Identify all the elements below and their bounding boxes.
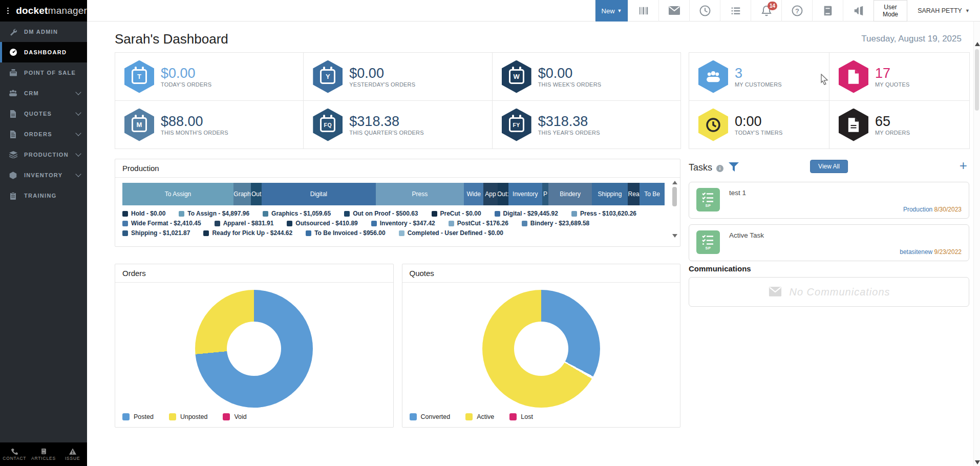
notifications-button[interactable]: 14 [751,0,781,22]
clock-icon [705,117,721,133]
mail-button[interactable] [658,0,689,22]
legend-item[interactable]: PreCut - $0.00 [432,210,481,217]
issue-link[interactable]: ISSUE [58,442,87,466]
barcode-button[interactable] [628,0,658,22]
bar-segment-postcut[interactable]: P [542,183,549,205]
legend-item[interactable]: Outsourced - $410.89 [287,220,357,227]
hamburger-menu-icon[interactable] [7,8,9,14]
stat-card-todays-orders[interactable]: T $0.00TODAY'S ORDERS [115,52,304,101]
legend-item[interactable]: Ready for Pick Up - $244.62 [203,229,292,237]
legend-item[interactable]: Inventory - $347.42 [371,220,435,227]
contact-link[interactable]: CONTACT [0,442,29,466]
legend-item-converted[interactable]: Converted [410,413,451,420]
sidebar-item-orders[interactable]: ORDERS [0,124,87,144]
page-scrollbar[interactable] [973,22,980,466]
sidebar-item-inventory[interactable]: INVENTORY [0,165,87,185]
stat-card-my-customers[interactable]: 3MY CUSTOMERS [689,52,829,101]
barcode-icon [637,5,650,16]
wrench-icon [9,28,17,36]
stat-label: YESTERDAY'S ORDERS [349,81,415,88]
bar-segment-press[interactable]: Press [376,183,464,205]
user-menu[interactable]: SARAH PETTY▼ [907,0,980,22]
file-hex-icon [839,60,868,93]
legend-item-void[interactable]: Void [223,413,246,420]
users-hex-icon [698,60,728,93]
production-stacked-bar: To Assign Graph Out Digital Press Wide A… [122,183,665,205]
scroll-down-arrow[interactable] [975,460,980,464]
bar-segment-apparel[interactable]: App [483,183,498,205]
knowledge-base-button[interactable] [812,0,843,22]
articles-link[interactable]: ARTICLES [29,442,58,466]
bar-segment-wide-format[interactable]: Wide [464,183,483,205]
task-item[interactable]: SP Active Task betasitenew 9/23/2022 [689,224,969,261]
bar-segment-bindery[interactable]: Bindery [548,183,592,205]
sidebar-item-quotes[interactable]: QUOTES [0,103,87,124]
bar-segment-graphics[interactable]: Graph [233,183,251,205]
app-logo[interactable]: docketmanager [16,5,87,16]
clock-icon [699,5,711,17]
mail-icon [668,6,680,16]
stat-card-my-orders[interactable]: 65MY ORDERS [829,100,970,149]
stat-card-this-months-orders[interactable]: M $88.00THIS MONTH'S ORDERS [115,100,304,149]
stat-card-todays-timers[interactable]: 0:00TODAY'S TIMERS [689,100,829,149]
filter-button[interactable] [729,162,739,174]
timer-button[interactable] [689,0,720,22]
legend-item[interactable]: Bindery - $23,689.58 [522,220,589,227]
bar-segment-ready[interactable]: Rea [628,183,640,205]
sidebar-item-crm[interactable]: CRM [0,83,87,103]
announcements-button[interactable] [843,0,874,22]
bar-segment-outsourced[interactable]: Out: [498,183,508,205]
users-icon [9,90,17,97]
bar-segment-inventory[interactable]: Inventory [508,183,542,205]
legend-item[interactable]: To Assign - $4,897.96 [179,210,249,217]
file-icon [9,110,17,118]
task-item[interactable]: SP test 1 Production 8/30/2023 [689,182,969,219]
stat-card-this-weeks-orders[interactable]: W $0.00THIS WEEK'S ORDERS [492,52,681,101]
legend-item-unposted[interactable]: Unposted [169,413,208,420]
legend-item-posted[interactable]: Posted [122,413,154,420]
sidebar-item-production[interactable]: PRODUCTION [0,144,87,165]
sidebar-item-dashboard[interactable]: DASHBOARD [0,42,87,62]
help-button[interactable]: ? [781,0,812,22]
scroll-thumb[interactable] [975,49,979,111]
legend-item[interactable]: Hold - $0.00 [122,210,165,217]
bar-segment-to-assign[interactable]: To Assign [122,183,233,205]
view-all-button[interactable]: View All [810,160,848,173]
stat-card-this-years-orders[interactable]: FY $318.38THIS YEAR'S ORDERS [492,100,681,149]
list-button[interactable] [720,0,751,22]
sidebar-item-training[interactable]: TRAINING [0,185,87,206]
production-scrollbar[interactable] [671,181,678,238]
bar-segment-out-on-proof[interactable]: Out [251,183,262,205]
stat-card-my-quotes[interactable]: 17MY QUOTES [829,52,970,101]
legend-item-active[interactable]: Active [465,413,494,420]
scroll-up-arrow[interactable] [975,42,980,46]
stat-label: THIS WEEK'S ORDERS [538,81,602,88]
stat-card-yesterdays-orders[interactable]: Y $0.00YESTERDAY'S ORDERS [303,52,492,101]
legend-item[interactable]: Graphics - $1,059.65 [263,210,331,217]
sidebar-item-dm-admin[interactable]: DM ADMIN [0,22,87,42]
user-mode-toggle[interactable]: UserMode [874,0,907,22]
legend-item[interactable]: Out on Proof - $500.63 [344,210,418,217]
orders-donut-chart [195,290,313,408]
legend-item[interactable]: To Be Invoiced - $956.00 [306,229,386,237]
bar-segment-to-be-invoiced[interactable]: To Be [640,183,665,205]
stat-card-this-quarters-orders[interactable]: FQ $318.38THIS QUARTER'S ORDERS [303,100,492,149]
legend-item[interactable]: Press - $103,620.26 [571,210,636,217]
new-button[interactable]: New▼ [595,0,628,22]
add-task-button[interactable]: + [960,159,967,172]
legend-item[interactable]: Shipping - $1,021.87 [122,229,190,237]
legend-item-lost[interactable]: Lost [509,413,533,420]
logo-bold: docket [16,5,48,16]
legend-item[interactable]: Completed - User Defined - $0.00 [399,229,503,237]
legend-item[interactable]: Wide Format - $2,410.45 [122,220,201,227]
book-icon [40,448,47,455]
document-icon [847,118,860,132]
bar-segment-digital[interactable]: Digital [262,183,375,205]
bar-segment-shipping[interactable]: Shipping [592,183,628,205]
sidebar-item-point-of-sale[interactable]: POINT OF SALE [0,62,87,83]
legend-item[interactable]: PostCut - $176.26 [449,220,508,227]
legend-item[interactable]: Digital - $29,445.92 [495,210,558,217]
legend-item[interactable]: Apparel - $831.91 [215,220,274,227]
calendar-hex-icon: T [124,60,154,93]
stat-value: 3 [735,66,782,80]
